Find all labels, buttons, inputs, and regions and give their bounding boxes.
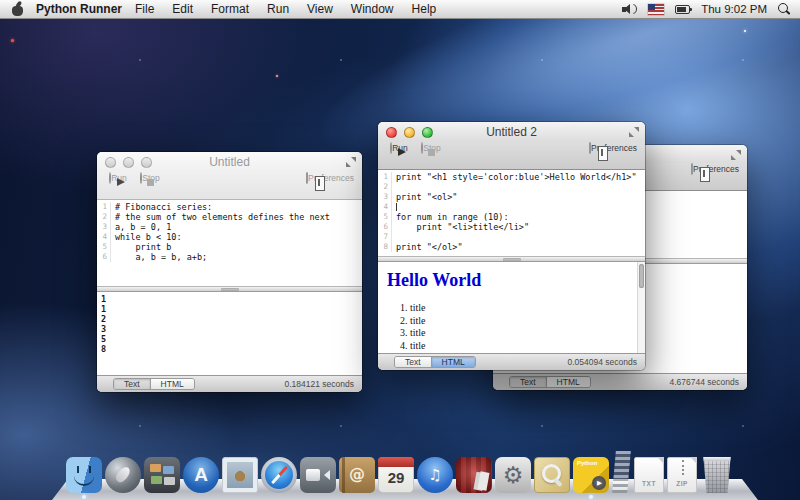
code-row: 1print "<h1 style='color:blue'>Hello Wor… <box>378 172 645 182</box>
titlebar[interactable]: Untitled 2 <box>378 122 645 142</box>
text-mode-button[interactable]: Text <box>510 377 546 387</box>
line-number: 5 <box>97 242 111 252</box>
preview-icon[interactable] <box>534 457 570 493</box>
menu-item[interactable]: Edit <box>163 2 202 16</box>
preferences-button-group[interactable]: Preferences <box>688 164 742 174</box>
line-number: 4 <box>97 232 111 242</box>
text-mode-button[interactable]: Text <box>395 357 431 367</box>
status-bar: Text HTML 0.054094 seconds <box>378 353 645 370</box>
scrollbar-track[interactable] <box>637 262 645 353</box>
zip-document-icon[interactable]: ZIP <box>667 457 697 493</box>
preferences-button-group[interactable]: Preferences <box>586 143 640 153</box>
safari-icon[interactable] <box>261 457 297 493</box>
minimize-button[interactable] <box>404 127 415 138</box>
view-mode-segmented-control: Text HTML <box>113 378 195 390</box>
output-line: 1 <box>101 294 362 304</box>
zoom-button[interactable] <box>141 157 152 168</box>
spotlight-icon[interactable] <box>778 3 790 15</box>
code-row: 6 a, b = b, a+b; <box>97 252 362 262</box>
us-flag-icon[interactable] <box>648 4 664 15</box>
toolbar: Run Stop Preferences <box>97 172 362 200</box>
menu-item[interactable]: Window <box>342 2 403 16</box>
output-line: 5 <box>101 334 362 344</box>
menu-item[interactable]: Format <box>202 2 258 16</box>
launchpad-icon[interactable] <box>105 457 141 493</box>
stop-button-group[interactable]: Stop <box>136 173 164 183</box>
menu-item[interactable]: Run <box>258 2 298 16</box>
code-line: print "<ol>" <box>392 192 457 202</box>
preferences-button-group[interactable]: Preferences <box>303 173 357 183</box>
stop-button-group[interactable]: Stop <box>417 143 445 153</box>
fullscreen-icon[interactable] <box>346 157 356 167</box>
mail-icon[interactable] <box>222 457 258 493</box>
output-line: 2 <box>101 314 362 324</box>
traffic-lights <box>105 157 152 168</box>
output-line: 1 <box>101 304 362 314</box>
code-line: print "<li>title</li>" <box>392 222 529 232</box>
menu-item[interactable]: Help <box>403 2 446 16</box>
minimize-button[interactable] <box>123 157 134 168</box>
list-item: title <box>410 340 645 353</box>
rendered-ordered-list: titletitletitletitletitletitle <box>388 302 645 353</box>
run-button-group[interactable]: Run <box>104 173 132 183</box>
code-line: # the sum of two elements defines the ne… <box>111 212 330 222</box>
app-menu[interactable]: Python Runner <box>36 2 122 16</box>
facetime-icon[interactable] <box>300 457 336 493</box>
menu-clock[interactable]: Thu 9:02 PM <box>701 3 767 15</box>
preferences-icon[interactable] <box>306 172 308 184</box>
code-editor[interactable]: 1print "<h1 style='color:blue'>Hello Wor… <box>378 170 645 256</box>
menu-item[interactable]: File <box>126 2 163 16</box>
fullscreen-icon[interactable] <box>629 127 639 137</box>
bright-star <box>744 30 746 32</box>
address-book-icon[interactable] <box>339 457 375 493</box>
status-bar: Text HTML 4.676744 seconds <box>493 373 747 390</box>
finder-icon[interactable] <box>66 457 102 493</box>
apple-menu-icon[interactable] <box>12 3 23 16</box>
rendered-heading: Hello World <box>387 270 645 291</box>
menu-item[interactable]: View <box>298 2 342 16</box>
dock-icons: 29PythonTXTZIP <box>66 451 734 493</box>
code-line: # Fibonacci series: <box>111 202 212 212</box>
battery-icon[interactable] <box>675 5 690 14</box>
preferences-icon[interactable] <box>589 142 591 154</box>
titlebar[interactable]: Untitled <box>97 152 362 172</box>
html-mode-button[interactable]: HTML <box>546 377 590 387</box>
mission-control-icon[interactable] <box>144 457 180 493</box>
window-untitled-2: Untitled 2 Run Stop Preferences 1print "… <box>378 122 645 370</box>
itunes-icon[interactable] <box>417 457 453 493</box>
divider-icon[interactable] <box>612 451 631 493</box>
preferences-icon[interactable] <box>691 163 693 175</box>
text-mode-button[interactable]: Text <box>114 379 150 389</box>
code-editor[interactable]: 1# Fibonacci series:2# the sum of two el… <box>97 200 362 286</box>
menu-status-area: Thu 9:02 PM <box>622 3 800 15</box>
html-mode-button[interactable]: HTML <box>431 357 475 367</box>
fullscreen-icon[interactable] <box>731 150 741 160</box>
html-output-pane[interactable]: Hello World titletitletitletitletitletit… <box>378 262 645 353</box>
system-preferences-icon[interactable] <box>495 457 531 493</box>
output-pane[interactable]: 112358 <box>97 292 362 375</box>
output-line: 3 <box>101 324 362 334</box>
run-button-group[interactable]: Run <box>385 143 413 153</box>
code-line: for num in range (10): <box>392 212 509 222</box>
volume-icon[interactable] <box>622 3 637 15</box>
line-number: 3 <box>378 192 392 202</box>
code-line: print "</ol>" <box>392 242 463 252</box>
scrollbar-thumb[interactable] <box>639 264 644 288</box>
running-indicator <box>82 495 86 499</box>
dock-icon-label: Python <box>577 460 597 467</box>
line-number: 5 <box>378 212 392 222</box>
close-button[interactable] <box>386 127 397 138</box>
code-line: a, b = 0, 1 <box>111 222 171 232</box>
code-row: 5for num in range (10): <box>378 212 645 222</box>
html-mode-button[interactable]: HTML <box>150 379 194 389</box>
close-button[interactable] <box>105 157 116 168</box>
app-store-icon[interactable] <box>183 457 219 493</box>
photo-booth-icon[interactable] <box>456 457 492 493</box>
txt-document-icon[interactable]: TXT <box>634 457 664 493</box>
window-untitled: Untitled Run Stop Preferences 1# Fibonac… <box>97 152 362 392</box>
trash-icon[interactable] <box>700 457 734 493</box>
menu-bar: Python Runner FileEditFormatRunViewWindo… <box>0 0 800 19</box>
zoom-button[interactable] <box>422 127 433 138</box>
ical-icon[interactable]: 29 <box>378 457 414 493</box>
python-runner-icon[interactable]: Python <box>573 457 609 493</box>
